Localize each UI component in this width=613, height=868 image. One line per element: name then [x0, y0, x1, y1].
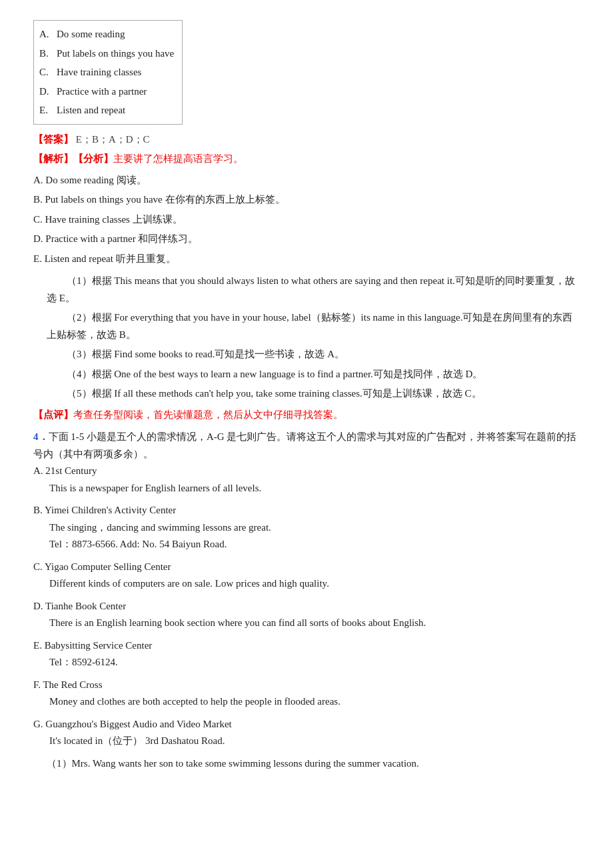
option-d-text: Practice with a partner: [57, 82, 147, 101]
ad-g-header: G. Guangzhou's Biggest Audio and Video M…: [33, 716, 580, 733]
reasoning-block: （1）根据 This means that you should always …: [47, 273, 580, 403]
trans-d-english: D. Practice with a partner: [33, 233, 138, 244]
ad-b-name: Yimei Children's Activity Center: [45, 505, 176, 515]
ad-g: G. Guangzhou's Biggest Audio and Video M…: [33, 716, 580, 750]
trans-b-english: B. Put labels on things you have: [33, 194, 165, 205]
trans-e-english: E. Listen and repeat: [33, 253, 116, 264]
option-b-letter: B.: [39, 44, 54, 63]
ad-a-name: 21st Century: [45, 465, 97, 476]
option-c: C. Have training classes: [39, 63, 174, 82]
option-d-letter: D.: [39, 82, 54, 101]
ad-c-letter: C.: [33, 561, 45, 572]
trans-d-chinese: 和同伴练习。: [138, 233, 198, 244]
ad-d-letter: D.: [33, 601, 45, 611]
reasoning-3: （3）根据 Find some books to read.可知是找一些书读，故…: [47, 346, 580, 363]
options-box: A. Do some reading B. Put labels on thin…: [33, 20, 183, 125]
ad-a: A. 21st Century This is a newspaper for …: [33, 463, 580, 497]
ad-f-desc: Money and clothes are both accepted to h…: [49, 693, 580, 711]
ad-c: C. Yigao Computer Selling Center Differe…: [33, 559, 580, 593]
option-e-letter: E.: [39, 101, 54, 120]
ad-b-header: B. Yimei Children's Activity Center: [33, 502, 580, 519]
option-b-text: Put labels on things you have: [57, 44, 174, 63]
ad-f-desc-text: Money and clothes are both accepted to h…: [49, 696, 340, 707]
reasoning-1: （1）根据 This means that you should always …: [47, 273, 580, 307]
ad-e-name: Babysitting Service Center: [45, 640, 153, 651]
ad-e-lines: Tel：8592-6124.: [49, 654, 580, 671]
ad-f-letter: F.: [33, 679, 43, 690]
ad-d-desc-text: There is an English learning book sectio…: [49, 617, 426, 628]
question-4-intro: 下面 1-5 小题是五个人的需求情况，A-G 是七则广告。请将这五个人的需求与其…: [33, 431, 576, 459]
trans-c-chinese: 上训练课。: [133, 214, 183, 225]
ad-g-name: Guangzhou's Biggest Audio and Video Mark…: [45, 719, 231, 729]
sub-q1-text: Mrs. Wang wants her son to take some swi…: [72, 758, 419, 769]
ad-f-header: F. The Red Cross: [33, 677, 580, 694]
ad-e-letter: E.: [33, 640, 45, 651]
translation-a: A. Do some reading 阅读。: [33, 172, 580, 189]
ad-a-desc-text: This is a newspaper for English learners…: [49, 483, 261, 493]
ad-a-letter: A.: [33, 465, 45, 476]
ad-f: F. The Red Cross Money and clothes are b…: [33, 677, 580, 711]
question-4-number: 4．: [33, 431, 49, 442]
reasoning-4: （4）根据 One of the best ways to learn a ne…: [47, 366, 580, 383]
answer-value: E；B；A；D；C: [76, 134, 150, 145]
option-a-letter: A.: [39, 25, 54, 44]
sub-question-1: （1）Mrs. Wang wants her son to take some …: [47, 755, 580, 773]
option-b: B. Put labels on things you have: [39, 44, 174, 63]
jiexi-label: 【解析】: [33, 153, 73, 164]
translation-b: B. Put labels on things you have 在你有的东西上…: [33, 191, 580, 209]
jiexi-line: 【解析】【分析】主要讲了怎样提高语言学习。: [33, 151, 580, 168]
trans-a-chinese: 阅读。: [117, 175, 147, 185]
dianping-line: 【点评】考查任务型阅读，首先读懂题意，然后从文中仔细寻找答案。: [33, 407, 580, 424]
option-e-text: Listen and repeat: [57, 101, 125, 120]
ad-b-letter: B.: [33, 505, 45, 515]
dianping-label: 【点评】: [33, 409, 73, 420]
reasoning-2: （2）根据 For everything that you have in yo…: [47, 309, 580, 343]
trans-e-chinese: 听并且重复。: [116, 253, 176, 264]
jiexi-intro: 主要讲了怎样提高语言学习。: [113, 153, 243, 164]
sub-q1-num: （1）: [47, 758, 72, 769]
fenxi-label: 【分析】: [73, 153, 113, 164]
translation-c: C. Have training classes 上训练课。: [33, 211, 580, 229]
ad-g-line-1: It's located in（位于） 3rd Dashatou Road.: [49, 733, 580, 750]
dianping-text: 考查任务型阅读，首先读懂题意，然后从文中仔细寻找答案。: [73, 409, 343, 420]
ad-a-desc: This is a newspaper for English learners…: [49, 480, 580, 497]
ad-b-line-1: The singing，dancing and swimming lessons…: [49, 519, 580, 537]
ad-c-name: Yigao Computer Selling Center: [45, 561, 171, 572]
translation-d: D. Practice with a partner 和同伴练习。: [33, 231, 580, 248]
ad-d-header: D. Tianhe Book Center: [33, 598, 580, 615]
ad-e: E. Babysitting Service Center Tel：8592-6…: [33, 637, 580, 671]
ad-g-letter: G.: [33, 719, 45, 729]
ad-c-desc: Different kinds of computers are on sale…: [49, 575, 580, 593]
ad-g-lines: It's located in（位于） 3rd Dashatou Road.: [49, 733, 580, 750]
ad-b-line-2: Tel：8873-6566. Add: No. 54 Baiyun Road.: [49, 536, 580, 553]
option-c-letter: C.: [39, 63, 54, 82]
ad-c-desc-text: Different kinds of computers are on sale…: [49, 578, 329, 589]
option-a: A. Do some reading: [39, 25, 174, 44]
ad-d: D. Tianhe Book Center There is an Englis…: [33, 598, 580, 632]
translation-e: E. Listen and repeat 听并且重复。: [33, 251, 580, 268]
answer-label: 【答案】: [33, 134, 73, 145]
ad-b-lines: The singing，dancing and swimming lessons…: [49, 519, 580, 553]
ad-f-name: The Red Cross: [43, 679, 102, 690]
ad-c-header: C. Yigao Computer Selling Center: [33, 559, 580, 576]
option-a-text: Do some reading: [57, 25, 125, 44]
answer-line: 【答案】 E；B；A；D；C: [33, 131, 580, 149]
option-d: D. Practice with a partner: [39, 82, 174, 101]
trans-c-english: C. Have training classes: [33, 214, 133, 225]
option-e: E. Listen and repeat: [39, 101, 174, 120]
ad-d-desc: There is an English learning book sectio…: [49, 615, 580, 632]
question-4-section: 4．下面 1-5 小题是五个人的需求情况，A-G 是七则广告。请将这五个人的需求…: [33, 429, 580, 463]
reasoning-5: （5）根据 If all these methods can't help yo…: [47, 385, 580, 403]
ad-a-header: A. 21st Century: [33, 463, 580, 480]
ad-e-header: E. Babysitting Service Center: [33, 637, 580, 655]
trans-b-chinese: 在你有的东西上放上标签。: [165, 194, 285, 205]
ad-b: B. Yimei Children's Activity Center The …: [33, 502, 580, 553]
option-c-text: Have training classes: [57, 63, 141, 82]
trans-a-english: A. Do some reading: [33, 175, 117, 185]
ad-e-line-1: Tel：8592-6124.: [49, 654, 580, 671]
ad-d-name: Tianhe Book Center: [45, 601, 126, 611]
